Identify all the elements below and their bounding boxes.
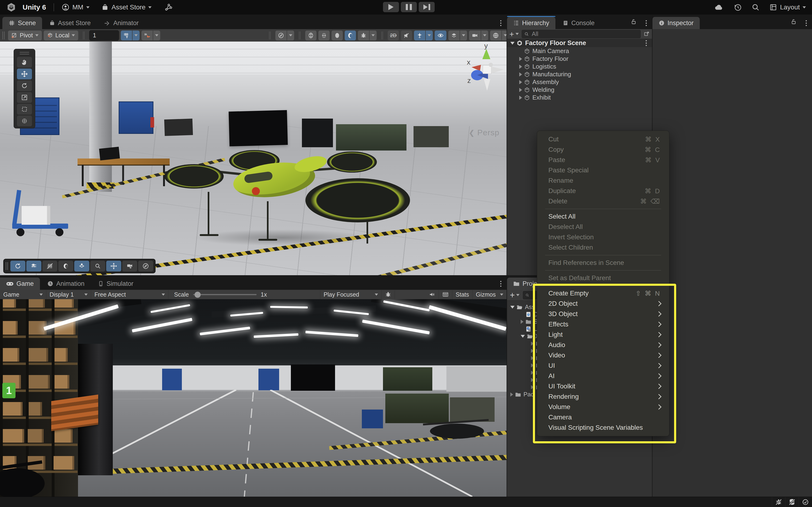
search-button[interactable]: [751, 3, 760, 11]
tab-scene[interactable]: Scene: [2, 17, 42, 29]
toolbar-handle[interactable]: [2, 32, 5, 40]
scene-panel-menu[interactable]: [498, 18, 503, 28]
menu-item-rendering[interactable]: Rendering: [537, 391, 669, 402]
shading-lit-button[interactable]: [345, 31, 356, 40]
menu-item-3d-object[interactable]: 3D Object: [537, 309, 669, 319]
tab-animation[interactable]: Animation: [41, 278, 91, 290]
debugger-status-button[interactable]: [772, 497, 785, 507]
expand-arrow[interactable]: [531, 341, 534, 346]
shading-wireframe-button[interactable]: [305, 31, 317, 40]
menu-item-video[interactable]: Video: [537, 350, 669, 360]
orientation-gizmo[interactable]: y x z: [467, 45, 506, 94]
menu-item-effects[interactable]: Effects: [537, 319, 669, 330]
menu-item-camera[interactable]: Camera: [537, 412, 669, 422]
transform-tool-button[interactable]: [17, 116, 32, 126]
expand-arrow[interactable]: [519, 88, 522, 92]
overlay-move-button[interactable]: [106, 261, 121, 272]
display-dropdown[interactable]: Display 1: [46, 289, 91, 299]
stats-button[interactable]: Stats: [452, 289, 473, 299]
step-button[interactable]: [419, 2, 435, 12]
grid-size-field[interactable]: [89, 30, 119, 41]
snap-button[interactable]: [142, 31, 153, 40]
expand-arrow[interactable]: [531, 385, 534, 389]
scale-slider[interactable]: [193, 294, 257, 295]
expand-arrow[interactable]: [519, 57, 522, 61]
overlay-handle[interactable]: [6, 262, 8, 270]
progress-status-button[interactable]: [799, 497, 812, 507]
overlay-settings-button[interactable]: [26, 261, 41, 272]
expand-arrow[interactable]: [510, 306, 515, 308]
expand-arrow[interactable]: [531, 356, 534, 360]
debug-draw-button[interactable]: [358, 31, 369, 40]
hierarchy-search-input[interactable]: [531, 30, 638, 38]
view-options-dropdown[interactable]: [287, 31, 294, 40]
camera-overlay-button[interactable]: [469, 31, 481, 40]
game-view-dropdown[interactable]: Game: [0, 289, 46, 299]
hierarchy-item-main-camera[interactable]: Main Camera: [507, 47, 652, 55]
expand-arrow[interactable]: [521, 335, 525, 338]
grid-visibility-button[interactable]: [121, 31, 132, 40]
history-button[interactable]: [734, 3, 742, 11]
pivot-dropdown[interactable]: Pivot: [8, 31, 42, 40]
hierarchy-create-button[interactable]: +: [509, 30, 519, 38]
camera-overlay-dropdown[interactable]: [481, 31, 488, 40]
inspector-lock-button[interactable]: [791, 18, 797, 25]
shading-shaded-wireframe-button[interactable]: [318, 31, 330, 40]
expand-arrow[interactable]: [531, 371, 534, 375]
inspector-panel-menu[interactable]: [804, 18, 809, 28]
menu-item-2d-object[interactable]: 2D Object: [537, 298, 669, 309]
hierarchy-item-assembly[interactable]: Assembly: [507, 78, 652, 86]
hierarchy-item-factory-floor[interactable]: Factory Floor: [507, 55, 652, 63]
menu-item-create-empty[interactable]: Create Empty⇧ ⌘ N: [537, 288, 669, 298]
expand-arrow[interactable]: [519, 65, 522, 69]
cloud-button[interactable]: [714, 3, 724, 11]
expand-arrow[interactable]: [519, 80, 522, 84]
hierarchy-scene-row[interactable]: Factory Floor Scene: [507, 39, 652, 47]
scene-visibility-button[interactable]: [435, 31, 446, 40]
toggle-2d-button[interactable]: 2D: [388, 31, 399, 40]
gizmos-toggle-button[interactable]: [490, 31, 501, 40]
menu-item-volume[interactable]: Volume: [537, 402, 669, 412]
orientation-dropdown[interactable]: Local: [44, 31, 78, 40]
tab-hierarchy[interactable]: Hierarchy: [507, 17, 555, 29]
menu-item-ui[interactable]: UI: [537, 360, 669, 371]
hierarchy-item-exhibit[interactable]: Exhibit: [507, 94, 652, 102]
overlay-grid-button[interactable]: [42, 261, 57, 272]
overlay-drag-handle[interactable]: [20, 52, 29, 54]
debug-draw-dropdown[interactable]: [370, 31, 377, 40]
account-menu[interactable]: MM: [62, 3, 90, 11]
hierarchy-lock-button[interactable]: [630, 18, 637, 25]
scale-tool-button[interactable]: [17, 92, 32, 103]
aspect-dropdown[interactable]: Free Aspect: [91, 289, 168, 299]
layers-button[interactable]: [448, 31, 459, 40]
gizmos-dropdown[interactable]: Gizmos: [473, 289, 506, 299]
hierarchy-panel-menu[interactable]: [644, 18, 649, 28]
asset-store-menu[interactable]: Asset Store: [101, 3, 152, 11]
overlay-compass-button[interactable]: [138, 261, 153, 272]
overlay-gizmos-button[interactable]: [74, 261, 89, 272]
rotate-tool-button[interactable]: [17, 80, 32, 91]
overlay-search-button[interactable]: [90, 261, 105, 272]
rect-tool-button[interactable]: [17, 104, 32, 115]
tab-game[interactable]: Game: [0, 278, 40, 290]
hierarchy-item-manufacturing[interactable]: Manufacturing: [507, 70, 652, 78]
pause-button[interactable]: [401, 2, 417, 12]
expand-arrow[interactable]: [510, 42, 515, 45]
tab-inspector[interactable]: Inspector: [652, 17, 700, 29]
grid-visibility-dropdown[interactable]: [132, 31, 140, 40]
expand-arrow[interactable]: [531, 378, 534, 382]
overlay-camera-button[interactable]: [122, 261, 137, 272]
expand-arrow[interactable]: [531, 363, 534, 368]
projection-label[interactable]: ❮ Persp: [469, 128, 499, 137]
tab-asset-store[interactable]: Asset Store: [43, 17, 97, 29]
layout-menu[interactable]: Layout: [769, 3, 806, 11]
overlay-orbit-button[interactable]: [10, 261, 25, 272]
menu-item-light[interactable]: Light: [537, 330, 669, 340]
view-tool-button[interactable]: [17, 57, 32, 68]
hierarchy-search[interactable]: [521, 30, 641, 39]
frame-debugger-bug-button[interactable]: [382, 289, 395, 299]
overlay-lighting-button[interactable]: [58, 261, 73, 272]
menu-item-select-all[interactable]: Select All: [537, 211, 669, 222]
expand-arrow[interactable]: [510, 392, 513, 397]
audio-mute-button[interactable]: [401, 31, 412, 40]
